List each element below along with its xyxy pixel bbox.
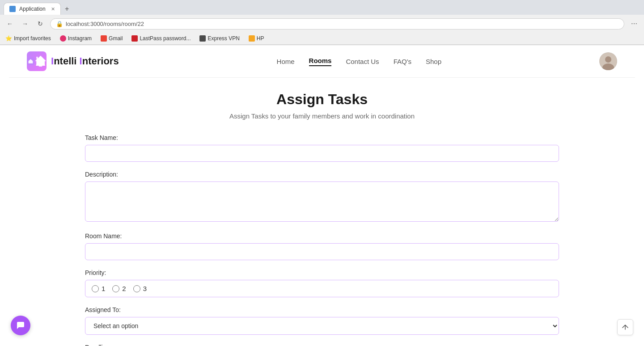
- page-subtitle: Assign Tasks to your family members and …: [85, 112, 559, 120]
- page-title: Assign Tasks: [85, 91, 559, 108]
- refresh-button[interactable]: ↻: [34, 17, 47, 30]
- svg-point-2: [605, 56, 611, 63]
- hp-icon: [249, 35, 255, 42]
- priority-radio-3[interactable]: [133, 285, 140, 292]
- priority-option-3[interactable]: 3: [133, 285, 147, 292]
- main-content: Assign Tasks Assign Tasks to your family…: [76, 78, 568, 346]
- bookmark-expressvpn[interactable]: Express VPN: [198, 34, 241, 42]
- priority-label-2: 2: [122, 285, 126, 292]
- logo-icon: [27, 51, 47, 71]
- priority-option-1[interactable]: 1: [92, 285, 105, 292]
- bookmark-lastpass[interactable]: LastPass password...: [130, 34, 192, 42]
- nav-contact[interactable]: Contact Us: [346, 58, 379, 65]
- room-name-input[interactable]: [85, 243, 559, 260]
- description-label: Description:: [85, 171, 559, 178]
- deadline-group: Deadline:: [85, 344, 559, 346]
- user-avatar[interactable]: [599, 52, 617, 70]
- task-name-group: Task Name:: [85, 134, 559, 162]
- extensions-menu[interactable]: ⋯: [628, 17, 640, 30]
- bookmark-import-favorites[interactable]: ⭐ Import favorites: [4, 34, 53, 42]
- logo[interactable]: Intelli Interiors: [27, 51, 119, 71]
- priority-group: Priority: 1 2 3: [85, 269, 559, 297]
- task-name-label: Task Name:: [85, 134, 559, 141]
- nav-faqs[interactable]: FAQ's: [394, 58, 411, 65]
- url-text: localhost:3000/rooms/room/22: [66, 21, 144, 27]
- priority-option-2[interactable]: 2: [112, 285, 126, 292]
- bookmark-gmail[interactable]: Gmail: [99, 34, 124, 42]
- address-bar[interactable]: 🔒 localhost:3000/rooms/room/22: [50, 18, 624, 30]
- assigned-to-group: Assigned To: Select an option: [85, 306, 559, 335]
- description-input[interactable]: [85, 181, 559, 222]
- bookmark-hp[interactable]: HP: [247, 34, 266, 42]
- nav-links: Home Rooms Contact Us FAQ's Shop: [277, 57, 441, 66]
- priority-label: Priority:: [85, 269, 559, 276]
- bookmark-label: HP: [257, 35, 264, 42]
- bookmark-label: Instagram: [68, 35, 92, 42]
- tab-favicon: [9, 6, 16, 12]
- lock-icon: 🔒: [56, 21, 63, 27]
- deadline-label: Deadline:: [85, 344, 559, 346]
- tab-close-button[interactable]: ✕: [51, 6, 55, 12]
- active-tab[interactable]: Application ✕: [4, 3, 61, 15]
- back-button[interactable]: ←: [4, 17, 16, 30]
- scroll-to-top-button[interactable]: [617, 319, 633, 335]
- forward-button[interactable]: →: [19, 17, 31, 30]
- bookmark-instagram[interactable]: Instagram: [58, 34, 93, 42]
- priority-label-1: 1: [102, 285, 105, 292]
- bookmark-icon: ⭐: [5, 35, 12, 42]
- nav-home[interactable]: Home: [277, 58, 295, 65]
- app-container: Intelli Interiors Home Rooms Contact Us …: [9, 45, 635, 346]
- bookmark-label: Gmail: [109, 35, 123, 42]
- browser-toolbar: ← → ↻ 🔒 localhost:3000/rooms/room/22 ⋯: [0, 15, 644, 33]
- chat-bubble[interactable]: [11, 316, 30, 335]
- room-name-label: Room Name:: [85, 232, 559, 240]
- priority-options: 1 2 3: [85, 280, 559, 297]
- nav-rooms[interactable]: Rooms: [309, 57, 332, 66]
- assigned-to-label: Assigned To:: [85, 306, 559, 313]
- tab-bar: Application ✕ +: [0, 0, 644, 15]
- lastpass-icon: [131, 35, 138, 42]
- assigned-to-select[interactable]: Select an option: [85, 317, 559, 335]
- expressvpn-icon: [199, 35, 206, 42]
- browser-chrome: Application ✕ + ← → ↻ 🔒 localhost:3000/r…: [0, 0, 644, 45]
- nav-shop[interactable]: Shop: [426, 58, 441, 65]
- instagram-icon: [60, 35, 66, 42]
- description-group: Description:: [85, 171, 559, 224]
- task-name-input[interactable]: [85, 145, 559, 162]
- priority-radio-1[interactable]: [92, 285, 99, 292]
- bookmark-label: Import favorites: [14, 35, 51, 42]
- tab-title: Application: [19, 6, 46, 12]
- navbar: Intelli Interiors Home Rooms Contact Us …: [9, 45, 635, 78]
- priority-label-3: 3: [143, 285, 147, 292]
- new-tab-button[interactable]: +: [62, 4, 72, 14]
- bookmarks-bar: ⭐ Import favorites Instagram Gmail LastP…: [0, 33, 644, 45]
- logo-text: Intelli Interiors: [51, 55, 119, 67]
- assign-task-form: Task Name: Description: Room Name: Prior…: [85, 134, 559, 346]
- bookmark-label: Express VPN: [208, 35, 239, 42]
- nav-controls: ← → ↻: [4, 17, 47, 30]
- gmail-icon: [101, 35, 107, 42]
- room-name-group: Room Name:: [85, 232, 559, 260]
- bookmark-label: LastPass password...: [140, 35, 191, 42]
- priority-radio-2[interactable]: [112, 285, 119, 292]
